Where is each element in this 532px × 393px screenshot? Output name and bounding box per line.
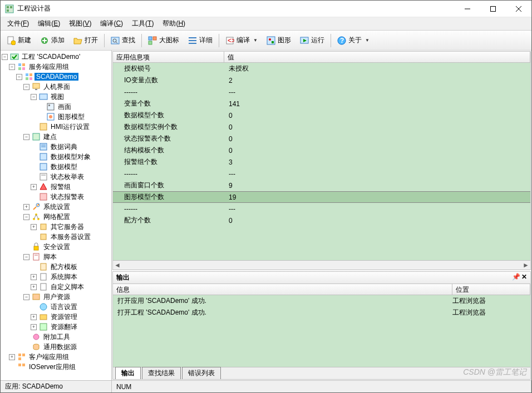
tree-custom-script[interactable]: +自定义脚本 bbox=[2, 282, 110, 292]
info-row[interactable]: 配方个数0 bbox=[113, 215, 530, 226]
tree-graphic-model[interactable]: 图形模型 bbox=[2, 112, 110, 122]
tree-lang-setting[interactable]: 语言设置 bbox=[2, 302, 110, 312]
collapse-icon[interactable]: − bbox=[23, 84, 29, 90]
tab-error[interactable]: 错误列表 bbox=[182, 367, 221, 379]
open-button[interactable]: 打开 bbox=[70, 33, 102, 48]
detail-button[interactable]: 详细 bbox=[184, 33, 216, 48]
tree-root[interactable]: −工程 'SCADADemo' bbox=[2, 52, 110, 62]
tree-hmi-run[interactable]: HMI运行设置 bbox=[2, 122, 110, 132]
graphic-button[interactable]: 图形 bbox=[263, 33, 295, 48]
tree-alarm-table[interactable]: 状态报警表 bbox=[2, 192, 110, 202]
info-body[interactable]: 授权锁号未授权IO变量点数2---------变量个数141数据模型个数0数据模… bbox=[113, 63, 530, 260]
menu-tools[interactable]: 工具(T) bbox=[127, 18, 158, 29]
info-row[interactable]: 数据模型实例个数0 bbox=[113, 121, 530, 133]
expand-icon[interactable]: + bbox=[31, 224, 37, 230]
info-row[interactable]: 变量个数141 bbox=[113, 98, 530, 110]
tab-find[interactable]: 查找结果 bbox=[142, 367, 181, 379]
tree-sys-script[interactable]: +系统脚本 bbox=[2, 272, 110, 282]
collapse-icon[interactable]: − bbox=[23, 214, 29, 220]
menu-view[interactable]: 视图(V) bbox=[65, 18, 96, 29]
tree-data-dict[interactable]: 数据词典 bbox=[2, 142, 110, 152]
menu-file[interactable]: 文件(F) bbox=[3, 18, 33, 29]
info-row[interactable]: 画面窗口个数9 bbox=[113, 180, 530, 191]
menu-edit[interactable]: 编辑(E) bbox=[33, 18, 65, 29]
tree-data-model-obj[interactable]: 数据模型对象 bbox=[2, 152, 110, 162]
tree-screen[interactable]: 画面 bbox=[2, 102, 110, 112]
info-row[interactable]: 图形模型个数19 bbox=[113, 191, 530, 203]
svg-text:?: ? bbox=[340, 37, 344, 44]
maximize-button[interactable] bbox=[480, 1, 506, 17]
tree-common-ds[interactable]: 通用数据源 bbox=[2, 342, 110, 352]
minimize-button[interactable] bbox=[455, 1, 480, 17]
tree-build[interactable]: −建点 bbox=[2, 132, 110, 142]
info-row[interactable]: --------- bbox=[113, 203, 530, 215]
collapse-icon[interactable]: − bbox=[23, 294, 29, 300]
info-col-key[interactable]: 应用信息项 bbox=[113, 52, 224, 62]
tree-view[interactable]: −视图 bbox=[2, 92, 110, 102]
collapse-icon[interactable]: − bbox=[23, 254, 29, 260]
tree-script[interactable]: −脚本 bbox=[2, 252, 110, 262]
horizontal-scrollbar[interactable]: ◄► bbox=[113, 260, 530, 270]
collapse-icon[interactable]: − bbox=[23, 134, 29, 140]
run-button[interactable]: 运行 bbox=[296, 33, 328, 48]
tree-enum-table[interactable]: 状态枚举表 bbox=[2, 172, 110, 182]
info-row[interactable]: 结构模板个数0 bbox=[113, 145, 530, 156]
close-button[interactable] bbox=[506, 1, 531, 17]
info-row[interactable]: 状态报警表个数0 bbox=[113, 133, 530, 145]
tree-res-trans[interactable]: +资源翻译 bbox=[2, 322, 110, 332]
expand-icon[interactable]: + bbox=[23, 204, 29, 210]
collapse-icon[interactable]: − bbox=[9, 64, 15, 70]
find-button[interactable]: 查找 bbox=[107, 33, 139, 48]
tree-ioserver-group[interactable]: IOServer应用组 bbox=[2, 362, 110, 372]
expand-icon[interactable]: + bbox=[31, 274, 37, 280]
expand-icon[interactable]: + bbox=[31, 324, 37, 330]
info-col-val[interactable]: 值 bbox=[224, 52, 530, 62]
output-row[interactable]: 打开应用 'SCADADemo' 成功.工程浏览器 bbox=[113, 295, 530, 307]
about-button[interactable]: ?关于▼ bbox=[333, 33, 373, 48]
compile-button[interactable]: <>编译▼ bbox=[221, 33, 262, 48]
info-row[interactable]: 报警组个数3 bbox=[113, 156, 530, 168]
recipe-icon bbox=[39, 262, 48, 271]
tree-hmi[interactable]: −人机界面 bbox=[2, 82, 110, 92]
tree-server-group[interactable]: −服务端应用组 bbox=[2, 62, 110, 72]
tree-other-server[interactable]: +其它服务器 bbox=[2, 222, 110, 232]
tree-addon-tool[interactable]: 附加工具 bbox=[2, 332, 110, 342]
project-tree[interactable]: −工程 'SCADADemo' −服务端应用组 −SCADADemo −人机界面… bbox=[1, 51, 111, 373]
bigicon-button[interactable]: 大图标 bbox=[144, 33, 183, 48]
tree-res-mgmt[interactable]: +资源管理 bbox=[2, 312, 110, 322]
tree-recipe-tpl[interactable]: 配方模板 bbox=[2, 262, 110, 272]
collapse-icon[interactable]: − bbox=[31, 94, 37, 100]
info-row[interactable]: 授权锁号未授权 bbox=[113, 63, 530, 74]
expand-icon[interactable]: + bbox=[9, 354, 15, 360]
new-button[interactable]: 新建 bbox=[3, 33, 35, 48]
tree-sys-setting[interactable]: +系统设置 bbox=[2, 202, 110, 212]
info-row[interactable]: --------- bbox=[113, 168, 530, 180]
tree-net-config[interactable]: −网络配置 bbox=[2, 212, 110, 222]
project-icon bbox=[10, 52, 19, 61]
tab-output[interactable]: 输出 bbox=[115, 367, 141, 379]
collapse-icon[interactable]: − bbox=[2, 54, 8, 60]
info-row[interactable]: IO变量点数2 bbox=[113, 74, 530, 86]
pin-icon[interactable]: 📌 bbox=[512, 273, 520, 282]
output-col-loc[interactable]: 位置 bbox=[452, 284, 530, 295]
tree-scadademo[interactable]: −SCADADemo bbox=[2, 72, 110, 82]
expand-icon[interactable]: + bbox=[31, 184, 37, 190]
tree-alarm-group[interactable]: +报警组 bbox=[2, 182, 110, 192]
menu-help[interactable]: 帮助(H) bbox=[158, 18, 190, 29]
info-row[interactable]: --------- bbox=[113, 86, 530, 98]
output-body[interactable]: 打开应用 'SCADADemo' 成功.工程浏览器打开工程 'SCADADemo… bbox=[113, 295, 530, 367]
add-button[interactable]: 添加 bbox=[36, 33, 68, 48]
collapse-icon[interactable]: − bbox=[16, 74, 22, 80]
menu-compile[interactable]: 编译(C) bbox=[96, 18, 127, 29]
output-row[interactable]: 打开工程 'SCADADemo' 成功.工程浏览器 bbox=[113, 307, 530, 319]
expand-icon[interactable]: + bbox=[31, 284, 37, 290]
tree-client-group[interactable]: +客户端应用组 bbox=[2, 352, 110, 362]
close-panel-icon[interactable]: ✕ bbox=[521, 273, 527, 282]
tree-this-server[interactable]: 本服务器设置 bbox=[2, 232, 110, 242]
expand-icon[interactable]: + bbox=[31, 314, 37, 320]
info-row[interactable]: 数据模型个数0 bbox=[113, 110, 530, 121]
tree-security[interactable]: 安全设置 bbox=[2, 242, 110, 252]
tree-data-model[interactable]: 数据模型 bbox=[2, 162, 110, 172]
tree-user-res[interactable]: −用户资源 bbox=[2, 292, 110, 302]
output-col-info[interactable]: 信息 bbox=[113, 284, 452, 295]
